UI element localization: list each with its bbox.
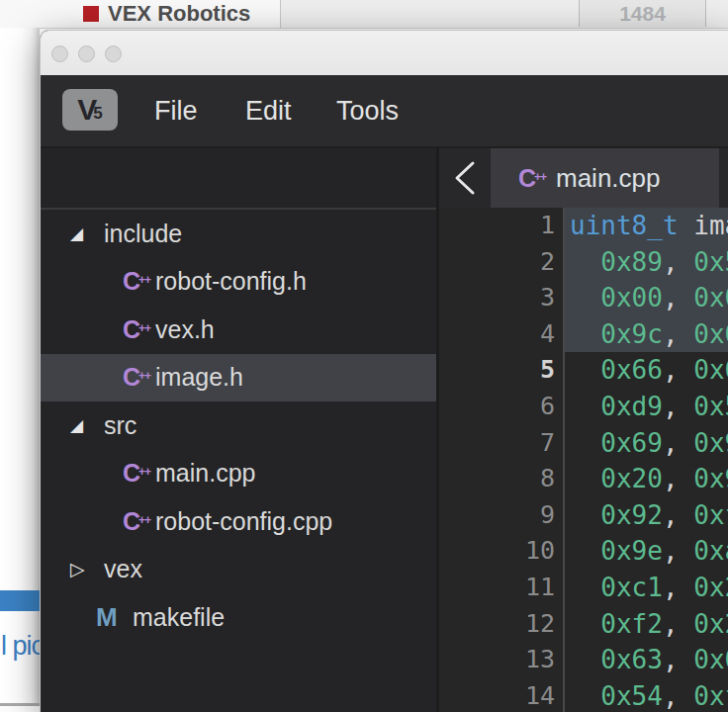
v5-logo-five: 5 xyxy=(93,104,102,124)
background-page-bottom-border xyxy=(0,703,40,706)
code-token: , xyxy=(663,319,693,349)
code-token xyxy=(570,645,600,674)
code-line-text: 0xf2, 0x21 xyxy=(563,606,728,643)
code-token: 0x23 xyxy=(693,573,728,602)
cpp-file-icon: C++ xyxy=(123,507,155,536)
code-token: 0x69 xyxy=(600,428,663,458)
code-token: uint8_t xyxy=(570,211,679,240)
v5-logo-button[interactable]: V 5 xyxy=(62,89,118,131)
code-line-text: 0x00, 0x00 xyxy=(563,280,728,316)
line-number: 4 xyxy=(439,316,563,353)
code-line-text: 0x20, 0x98 xyxy=(563,461,728,497)
code-token: , xyxy=(663,283,693,312)
line-number: 9 xyxy=(439,497,563,534)
tree-item-vex[interactable]: ▷vex xyxy=(41,546,436,594)
tree-item-label: include xyxy=(104,220,182,248)
back-chevron-button[interactable] xyxy=(449,158,483,198)
menu-file[interactable]: File xyxy=(154,75,198,146)
tree-item-main-cpp[interactable]: C++main.cpp xyxy=(41,450,436,498)
code-line: 13 0x63, 0x06 xyxy=(439,642,728,678)
tree-item-image-h[interactable]: C++image.h xyxy=(41,354,436,402)
code-token: , xyxy=(663,681,693,711)
tree-item-label: robot-config.h xyxy=(155,267,307,296)
code-token: 0xf3 xyxy=(693,500,728,530)
code-token: , xyxy=(663,392,693,421)
code-token: , xyxy=(663,536,693,566)
tree-item-include[interactable]: ◢include xyxy=(41,210,436,258)
menu-tools[interactable]: Tools xyxy=(336,75,399,146)
code-editor[interactable]: 1uint8_t imag2 0x89, 0x503 0x00, 0x004 0… xyxy=(439,208,728,712)
code-line-text: uint8_t imag xyxy=(563,208,728,244)
code-token xyxy=(570,428,600,458)
code-token xyxy=(570,283,600,312)
tree-item-makefile[interactable]: Mmakefile xyxy=(41,593,436,642)
code-line: 8 0x20, 0x98 xyxy=(439,461,728,497)
code-token: 0x66 xyxy=(600,355,663,385)
zoom-button[interactable] xyxy=(105,45,122,62)
vexcode-window: V 5 File Edit Tools ◢includeC++robot-con… xyxy=(40,30,728,712)
code-line-text: 0x66, 0x69 xyxy=(563,352,728,389)
code-line-text: 0x9c, 0x00 xyxy=(563,316,728,353)
tab-main-cpp[interactable]: C++ main.cpp xyxy=(491,148,719,208)
code-token: 0x97 xyxy=(693,428,728,458)
tree-item-label: main.cpp xyxy=(155,459,255,488)
code-token xyxy=(570,500,600,530)
code-token: , xyxy=(663,464,693,493)
background-page-edge: l pic xyxy=(0,28,40,704)
window-content: ◢includeC++robot-config.hC++vex.hC++imag… xyxy=(41,148,728,712)
code-token xyxy=(570,464,600,493)
line-number: 1 xyxy=(439,208,563,244)
code-line: 6 0xd9, 0x5c xyxy=(439,389,728,425)
menu-edit[interactable]: Edit xyxy=(245,75,292,146)
file-tree: ◢includeC++robot-config.hC++vex.hC++imag… xyxy=(41,210,436,712)
code-line: 9 0x92, 0xf3 xyxy=(439,497,728,534)
code-token: 0x21 xyxy=(693,609,728,639)
disclosure-collapsed-icon: ▷ xyxy=(70,558,104,580)
code-line: 11 0xc1, 0x23 xyxy=(439,570,728,606)
browser-tab[interactable]: VEX Robotics xyxy=(0,0,281,28)
cpp-file-icon: C++ xyxy=(123,267,155,296)
tree-item-label: src xyxy=(104,411,136,440)
background-link-text[interactable]: l pic xyxy=(1,631,40,662)
code-token: 0x63 xyxy=(600,645,663,674)
code-token: 0x89 xyxy=(600,247,663,277)
line-number: 3 xyxy=(439,280,563,316)
code-token: 0x92 xyxy=(600,500,663,530)
close-button[interactable] xyxy=(51,45,68,62)
code-token: , xyxy=(663,355,693,385)
code-line: 4 0x9c, 0x00 xyxy=(439,316,728,353)
window-titlebar[interactable] xyxy=(41,31,728,75)
code-token: , xyxy=(663,645,693,674)
tree-item-robot-config-h[interactable]: C++robot-config.h xyxy=(41,258,436,307)
disclosure-expanded-icon: ◢ xyxy=(70,415,104,436)
disclosure-expanded-icon: ◢ xyxy=(70,223,104,244)
code-token: , xyxy=(663,573,693,602)
code-token: 0x06 xyxy=(693,645,728,674)
editor: C++ main.cpp 1uint8_t imag2 0x89, 0x503 … xyxy=(439,148,728,712)
cpp-file-icon: C++ xyxy=(123,315,155,344)
tree-item-vex-h[interactable]: C++vex.h xyxy=(41,306,436,354)
spreadsheet-cell[interactable]: 1484 xyxy=(579,0,706,27)
code-line: 7 0x69, 0x97 xyxy=(439,425,728,462)
code-line-text: 0x69, 0x97 xyxy=(563,425,728,462)
line-number: 6 xyxy=(439,389,563,425)
menu-bar: V 5 File Edit Tools xyxy=(41,75,728,148)
tree-item-label: makefile xyxy=(133,603,225,632)
code-token xyxy=(570,609,600,639)
line-number: 2 xyxy=(439,244,563,281)
code-token: , xyxy=(663,609,693,639)
code-line: 14 0x54, 0xf1 xyxy=(439,678,728,712)
browser-tab-title: VEX Robotics xyxy=(108,1,250,27)
line-number: 5 xyxy=(439,352,563,389)
code-line: 2 0x89, 0x50 xyxy=(439,244,728,281)
minimize-button[interactable] xyxy=(78,45,95,62)
code-token: , xyxy=(663,428,693,458)
sidebar: ◢includeC++robot-config.hC++vex.hC++imag… xyxy=(41,148,439,712)
tree-item-robot-config-cpp[interactable]: C++robot-config.cpp xyxy=(41,497,436,546)
code-token: 0x9c xyxy=(600,319,663,349)
tree-item-src[interactable]: ◢src xyxy=(41,401,436,450)
code-token: 0xd9 xyxy=(600,392,663,421)
code-token xyxy=(570,355,600,385)
code-line: 5 0x66, 0x69 xyxy=(439,352,728,389)
code-line-text: 0x89, 0x50 xyxy=(563,244,728,281)
